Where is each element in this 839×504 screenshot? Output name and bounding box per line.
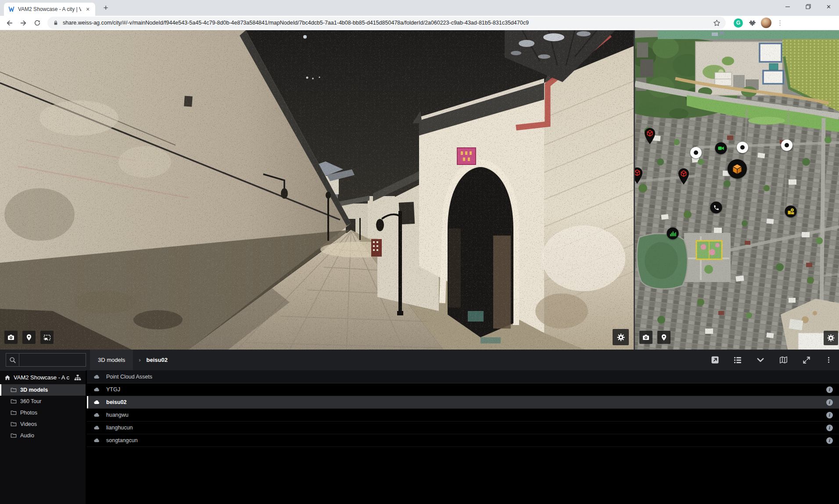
project-root[interactable]: VAM2 Showcase - A c [0, 371, 86, 384]
tab-close-icon[interactable]: ✕ [84, 6, 91, 13]
map-marker-waypoint[interactable] [781, 139, 792, 151]
orange-cube-icon [731, 163, 743, 175]
red-cube-pin-icon [677, 168, 690, 186]
url-text[interactable]: share.weiss-ag.com/city/#/-v/mainNodeId/… [63, 20, 709, 26]
profile-avatar[interactable] [761, 18, 771, 28]
address-bar[interactable]: share.weiss-ag.com/city/#/-v/mainNodeId/… [47, 17, 726, 29]
sitemap-icon[interactable] [74, 374, 81, 381]
waypoint-dot-icon [785, 143, 789, 147]
map-marker-waypoint[interactable] [690, 147, 702, 158]
cloud-icon [93, 399, 100, 405]
info-icon[interactable]: i [826, 437, 833, 444]
viewer-add-location-button[interactable] [22, 331, 36, 344]
map-screenshot-button[interactable] [639, 331, 653, 344]
grammarly-extension-icon[interactable]: G [734, 18, 743, 28]
viewer-controls [4, 331, 54, 344]
file-name: Point Cloud Assets [106, 374, 152, 380]
sidebar-item-360-tour[interactable]: 360 Tour [0, 396, 86, 407]
new-tab-button[interactable]: + [100, 2, 112, 14]
toolbar-right: G [734, 18, 783, 28]
sidebar-item-label: Videos [20, 421, 37, 427]
more-kebab-icon[interactable] [825, 357, 832, 363]
info-icon[interactable]: i [826, 386, 833, 393]
breadcrumb-separator-icon: › [139, 357, 140, 363]
red-cube-pin-icon [643, 128, 656, 145]
search-input[interactable] [19, 354, 86, 366]
info-icon[interactable]: i [826, 399, 833, 406]
window-close-button[interactable]: ✕ [818, 0, 839, 13]
gear-icon [827, 334, 835, 342]
sidebar-item-videos[interactable]: Videos [0, 418, 86, 430]
map-marker-asset[interactable] [785, 206, 797, 218]
cloud-icon [93, 437, 100, 443]
map-marker-waypoint[interactable] [737, 142, 748, 153]
file-name: songtangcun [106, 437, 138, 443]
map-settings-button[interactable] [824, 331, 838, 345]
file-name: lianghucun [106, 425, 133, 431]
list-item[interactable]: YTGJ i [87, 383, 839, 396]
browser-tab[interactable]: VAM2 Showcase - A city | VAM2 ✕ [4, 3, 95, 16]
map-marker-video[interactable] [715, 143, 727, 154]
list-item-selected[interactable]: beisu02 i [87, 396, 839, 409]
sidebar-item-3d-models[interactable]: 3D models [0, 384, 86, 396]
sidebar-item-photos[interactable]: Photos [0, 407, 86, 418]
sidebar-item-label: 3D models [20, 387, 48, 393]
folder-icon [11, 433, 17, 439]
map-marker-phone[interactable] [710, 202, 722, 214]
list-view-icon[interactable] [734, 356, 742, 364]
map-marker-pin-cube[interactable] [677, 168, 690, 186]
map-view-icon[interactable] [779, 356, 788, 364]
vam2-favicon-icon [8, 6, 15, 13]
fullscreen-icon[interactable] [803, 356, 810, 364]
red-cube-pin-icon [634, 167, 644, 185]
map-controls [639, 331, 670, 344]
cloud-icon [93, 425, 100, 431]
assets-body: VAM2 Showcase - A c 3D models 360 Tour P… [0, 370, 839, 504]
file-name: beisu02 [106, 399, 127, 405]
viewer-capture-area-button[interactable] [40, 331, 54, 344]
reload-button[interactable] [32, 17, 43, 29]
forward-button[interactable] [18, 17, 29, 29]
file-list: Point Cloud Assets YTGJ i beisu02 i huan… [87, 370, 839, 504]
back-button[interactable] [4, 17, 15, 29]
camera-icon [7, 334, 14, 341]
window-minimize-button[interactable] [777, 0, 798, 13]
open-in-new-icon[interactable] [711, 356, 719, 364]
chevron-down-icon[interactable] [757, 356, 764, 364]
list-item[interactable]: lianghucun i [87, 422, 839, 434]
info-icon[interactable]: i [826, 412, 833, 418]
pointcloud-viewport[interactable] [0, 30, 634, 350]
search-icon [6, 354, 19, 366]
browser-menu-kebab-icon[interactable] [777, 20, 783, 26]
window-restore-button[interactable] [798, 0, 818, 13]
info-icon[interactable]: i [826, 425, 833, 431]
sidebar-item-label: 360 Tour [20, 398, 41, 404]
map-marker-pin-cube[interactable] [643, 128, 656, 145]
assets-toolbar-actions [711, 350, 839, 370]
map-marker-pin-cube[interactable] [634, 167, 644, 185]
home-icon [4, 375, 11, 381]
sidebar-item-audio[interactable]: Audio [0, 430, 86, 441]
map-marker-audio[interactable] [667, 228, 679, 239]
extensions-puzzle-icon[interactable] [748, 19, 756, 27]
minimap-panel[interactable] [634, 30, 839, 350]
camera-icon [642, 334, 649, 341]
bookmark-star-icon[interactable] [713, 19, 721, 27]
map-marker-pointcloud-selected[interactable] [728, 159, 747, 179]
list-item[interactable]: songtangcun i [87, 434, 839, 447]
tab-title: VAM2 Showcase - A city | VAM2 [18, 6, 81, 12]
equalizer-bars-icon [669, 230, 676, 237]
gear-icon [617, 333, 625, 341]
main-content [0, 30, 839, 350]
viewer-screenshot-button[interactable] [4, 331, 18, 344]
breadcrumb: 3D models › beisu02 [90, 350, 168, 370]
cloud-icon [93, 412, 100, 418]
list-item[interactable]: huangwu i [87, 409, 839, 422]
breadcrumb-folder[interactable]: 3D models [90, 350, 133, 370]
capture-area-icon [43, 334, 51, 341]
viewer-settings-button[interactable] [613, 329, 629, 345]
list-item-parent[interactable]: Point Cloud Assets [87, 371, 839, 383]
folder-icon [11, 398, 17, 404]
search-box[interactable] [6, 353, 86, 367]
map-add-location-button[interactable] [657, 331, 670, 344]
